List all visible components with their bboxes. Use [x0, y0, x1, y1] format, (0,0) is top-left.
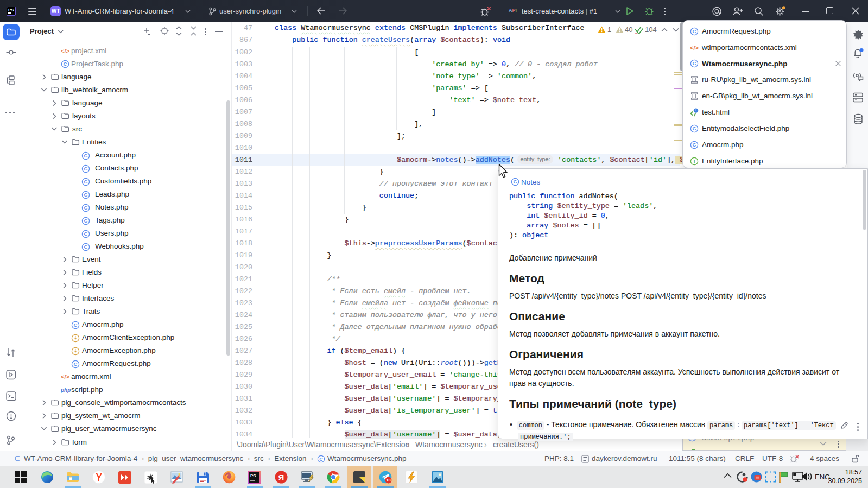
svg-text:13: 13	[386, 478, 390, 483]
svg-text:Я: Я	[278, 473, 284, 482]
svg-text:PS: PS	[250, 473, 256, 478]
